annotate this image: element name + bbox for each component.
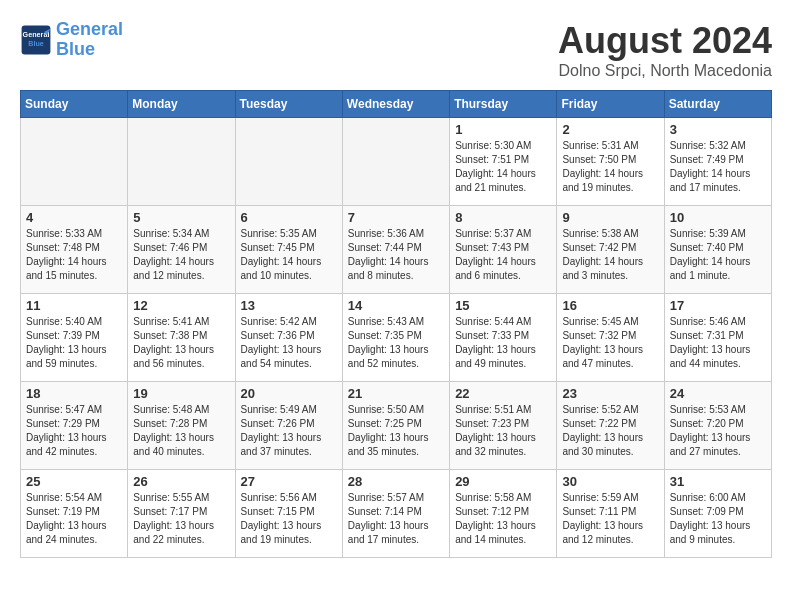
day-number: 26 — [133, 474, 229, 489]
calendar-cell: 9Sunrise: 5:38 AM Sunset: 7:42 PM Daylig… — [557, 206, 664, 294]
day-number: 17 — [670, 298, 766, 313]
calendar-cell: 22Sunrise: 5:51 AM Sunset: 7:23 PM Dayli… — [450, 382, 557, 470]
weekday-saturday: Saturday — [664, 91, 771, 118]
day-info: Sunrise: 5:56 AM Sunset: 7:15 PM Dayligh… — [241, 491, 337, 547]
day-number: 24 — [670, 386, 766, 401]
day-info: Sunrise: 5:59 AM Sunset: 7:11 PM Dayligh… — [562, 491, 658, 547]
day-info: Sunrise: 5:38 AM Sunset: 7:42 PM Dayligh… — [562, 227, 658, 283]
calendar-cell: 21Sunrise: 5:50 AM Sunset: 7:25 PM Dayli… — [342, 382, 449, 470]
weekday-sunday: Sunday — [21, 91, 128, 118]
day-number: 2 — [562, 122, 658, 137]
day-number: 16 — [562, 298, 658, 313]
calendar-cell: 13Sunrise: 5:42 AM Sunset: 7:36 PM Dayli… — [235, 294, 342, 382]
day-number: 1 — [455, 122, 551, 137]
calendar-cell: 14Sunrise: 5:43 AM Sunset: 7:35 PM Dayli… — [342, 294, 449, 382]
day-info: Sunrise: 5:43 AM Sunset: 7:35 PM Dayligh… — [348, 315, 444, 371]
day-info: Sunrise: 5:36 AM Sunset: 7:44 PM Dayligh… — [348, 227, 444, 283]
day-number: 13 — [241, 298, 337, 313]
day-number: 22 — [455, 386, 551, 401]
calendar-cell: 15Sunrise: 5:44 AM Sunset: 7:33 PM Dayli… — [450, 294, 557, 382]
day-info: Sunrise: 5:32 AM Sunset: 7:49 PM Dayligh… — [670, 139, 766, 195]
day-number: 20 — [241, 386, 337, 401]
calendar-cell: 24Sunrise: 5:53 AM Sunset: 7:20 PM Dayli… — [664, 382, 771, 470]
day-info: Sunrise: 5:55 AM Sunset: 7:17 PM Dayligh… — [133, 491, 229, 547]
calendar-cell: 12Sunrise: 5:41 AM Sunset: 7:38 PM Dayli… — [128, 294, 235, 382]
calendar-cell — [342, 118, 449, 206]
day-info: Sunrise: 5:52 AM Sunset: 7:22 PM Dayligh… — [562, 403, 658, 459]
day-number: 21 — [348, 386, 444, 401]
day-info: Sunrise: 5:35 AM Sunset: 7:45 PM Dayligh… — [241, 227, 337, 283]
day-info: Sunrise: 5:49 AM Sunset: 7:26 PM Dayligh… — [241, 403, 337, 459]
calendar-cell: 7Sunrise: 5:36 AM Sunset: 7:44 PM Daylig… — [342, 206, 449, 294]
calendar-cell: 25Sunrise: 5:54 AM Sunset: 7:19 PM Dayli… — [21, 470, 128, 558]
day-info: Sunrise: 5:40 AM Sunset: 7:39 PM Dayligh… — [26, 315, 122, 371]
calendar-cell: 16Sunrise: 5:45 AM Sunset: 7:32 PM Dayli… — [557, 294, 664, 382]
day-number: 30 — [562, 474, 658, 489]
week-row-3: 11Sunrise: 5:40 AM Sunset: 7:39 PM Dayli… — [21, 294, 772, 382]
day-number: 5 — [133, 210, 229, 225]
day-number: 29 — [455, 474, 551, 489]
calendar-cell: 27Sunrise: 5:56 AM Sunset: 7:15 PM Dayli… — [235, 470, 342, 558]
day-info: Sunrise: 5:41 AM Sunset: 7:38 PM Dayligh… — [133, 315, 229, 371]
day-info: Sunrise: 5:37 AM Sunset: 7:43 PM Dayligh… — [455, 227, 551, 283]
day-info: Sunrise: 5:53 AM Sunset: 7:20 PM Dayligh… — [670, 403, 766, 459]
day-number: 7 — [348, 210, 444, 225]
day-number: 3 — [670, 122, 766, 137]
calendar-cell: 31Sunrise: 6:00 AM Sunset: 7:09 PM Dayli… — [664, 470, 771, 558]
day-info: Sunrise: 5:34 AM Sunset: 7:46 PM Dayligh… — [133, 227, 229, 283]
day-info: Sunrise: 5:54 AM Sunset: 7:19 PM Dayligh… — [26, 491, 122, 547]
week-row-5: 25Sunrise: 5:54 AM Sunset: 7:19 PM Dayli… — [21, 470, 772, 558]
calendar-cell: 1Sunrise: 5:30 AM Sunset: 7:51 PM Daylig… — [450, 118, 557, 206]
day-number: 31 — [670, 474, 766, 489]
calendar-cell: 17Sunrise: 5:46 AM Sunset: 7:31 PM Dayli… — [664, 294, 771, 382]
day-info: Sunrise: 5:33 AM Sunset: 7:48 PM Dayligh… — [26, 227, 122, 283]
calendar-cell: 3Sunrise: 5:32 AM Sunset: 7:49 PM Daylig… — [664, 118, 771, 206]
logo-text: GeneralBlue — [56, 20, 123, 60]
calendar-cell: 19Sunrise: 5:48 AM Sunset: 7:28 PM Dayli… — [128, 382, 235, 470]
weekday-friday: Friday — [557, 91, 664, 118]
calendar-cell: 30Sunrise: 5:59 AM Sunset: 7:11 PM Dayli… — [557, 470, 664, 558]
day-number: 19 — [133, 386, 229, 401]
day-number: 23 — [562, 386, 658, 401]
calendar-cell: 26Sunrise: 5:55 AM Sunset: 7:17 PM Dayli… — [128, 470, 235, 558]
calendar-cell: 5Sunrise: 5:34 AM Sunset: 7:46 PM Daylig… — [128, 206, 235, 294]
calendar-cell: 4Sunrise: 5:33 AM Sunset: 7:48 PM Daylig… — [21, 206, 128, 294]
calendar-cell: 20Sunrise: 5:49 AM Sunset: 7:26 PM Dayli… — [235, 382, 342, 470]
day-info: Sunrise: 5:51 AM Sunset: 7:23 PM Dayligh… — [455, 403, 551, 459]
svg-text:Blue: Blue — [28, 38, 44, 47]
calendar-cell: 8Sunrise: 5:37 AM Sunset: 7:43 PM Daylig… — [450, 206, 557, 294]
day-info: Sunrise: 5:50 AM Sunset: 7:25 PM Dayligh… — [348, 403, 444, 459]
svg-text:General: General — [23, 30, 50, 39]
day-info: Sunrise: 5:42 AM Sunset: 7:36 PM Dayligh… — [241, 315, 337, 371]
calendar: SundayMondayTuesdayWednesdayThursdayFrid… — [20, 90, 772, 558]
day-number: 14 — [348, 298, 444, 313]
title-block: August 2024 Dolno Srpci, North Macedonia — [558, 20, 772, 80]
calendar-cell: 11Sunrise: 5:40 AM Sunset: 7:39 PM Dayli… — [21, 294, 128, 382]
week-row-4: 18Sunrise: 5:47 AM Sunset: 7:29 PM Dayli… — [21, 382, 772, 470]
weekday-monday: Monday — [128, 91, 235, 118]
calendar-cell — [128, 118, 235, 206]
day-info: Sunrise: 5:58 AM Sunset: 7:12 PM Dayligh… — [455, 491, 551, 547]
week-row-2: 4Sunrise: 5:33 AM Sunset: 7:48 PM Daylig… — [21, 206, 772, 294]
calendar-cell: 18Sunrise: 5:47 AM Sunset: 7:29 PM Dayli… — [21, 382, 128, 470]
calendar-cell — [235, 118, 342, 206]
day-info: Sunrise: 5:46 AM Sunset: 7:31 PM Dayligh… — [670, 315, 766, 371]
logo: General Blue GeneralBlue — [20, 20, 123, 60]
day-info: Sunrise: 5:44 AM Sunset: 7:33 PM Dayligh… — [455, 315, 551, 371]
logo-icon: General Blue — [20, 24, 52, 56]
calendar-cell — [21, 118, 128, 206]
day-info: Sunrise: 5:57 AM Sunset: 7:14 PM Dayligh… — [348, 491, 444, 547]
day-number: 4 — [26, 210, 122, 225]
day-number: 10 — [670, 210, 766, 225]
page-header: General Blue GeneralBlue August 2024 Dol… — [20, 20, 772, 80]
weekday-tuesday: Tuesday — [235, 91, 342, 118]
day-number: 8 — [455, 210, 551, 225]
calendar-body: 1Sunrise: 5:30 AM Sunset: 7:51 PM Daylig… — [21, 118, 772, 558]
day-info: Sunrise: 5:45 AM Sunset: 7:32 PM Dayligh… — [562, 315, 658, 371]
day-number: 11 — [26, 298, 122, 313]
day-info: Sunrise: 5:47 AM Sunset: 7:29 PM Dayligh… — [26, 403, 122, 459]
weekday-thursday: Thursday — [450, 91, 557, 118]
day-number: 12 — [133, 298, 229, 313]
day-info: Sunrise: 5:39 AM Sunset: 7:40 PM Dayligh… — [670, 227, 766, 283]
calendar-cell: 29Sunrise: 5:58 AM Sunset: 7:12 PM Dayli… — [450, 470, 557, 558]
